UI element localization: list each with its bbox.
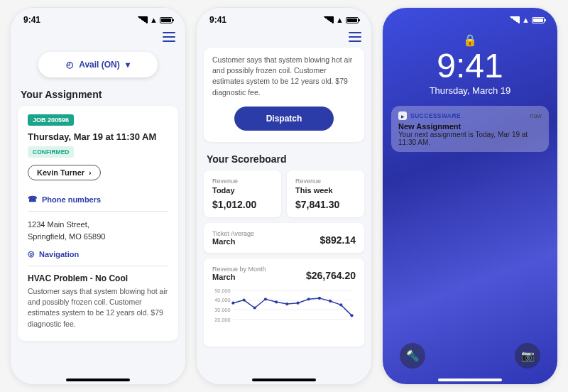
signal-icon xyxy=(138,16,148,23)
menu-icon[interactable] xyxy=(349,32,361,42)
svg-point-19 xyxy=(350,314,353,317)
assignment-card: JOB 200596 Thursday, Mar 19 at 11:30 AM … xyxy=(18,106,178,341)
svg-point-8 xyxy=(231,301,234,304)
issue-body: Customer says that system blowing hot ai… xyxy=(28,286,168,330)
lock-date: Thursday, March 19 xyxy=(383,85,557,96)
card-label: March xyxy=(212,237,254,246)
clock-icon: ◴ xyxy=(66,60,73,70)
battery-icon xyxy=(346,17,359,23)
availability-toggle[interactable]: ◴ Avail (ON) ▾ xyxy=(38,52,158,77)
camera-button[interactable]: 📷 xyxy=(515,343,540,369)
wifi-icon: ▲ xyxy=(522,16,530,24)
status-time: 9:41 xyxy=(23,15,40,25)
camera-icon: 📷 xyxy=(521,349,535,362)
revenue-month-card[interactable]: Revenue by Month March $26,764.20 50,000… xyxy=(204,258,364,347)
svg-text:20,000: 20,000 xyxy=(214,316,230,322)
svg-text:40,000: 40,000 xyxy=(214,297,230,303)
section-title: Your Scoreboard xyxy=(197,151,371,170)
battery-icon xyxy=(160,17,173,23)
ticket-average-card[interactable]: Ticket Average March $892.14 xyxy=(204,223,364,253)
home-indicator[interactable] xyxy=(252,379,316,381)
card-label: This week xyxy=(295,186,356,195)
nav-link-label: Navigation xyxy=(39,250,79,258)
phone-lock-screen: ▲ 🔒 9:41 Thursday, March 19 ▶ SUCCESSWAR… xyxy=(382,7,558,385)
assignment-datetime: Thursday, Mar 19 at 11:30 AM xyxy=(28,131,168,142)
address-line2: Springfield, MO 65890 xyxy=(28,231,168,243)
svg-point-13 xyxy=(285,303,288,305)
svg-point-10 xyxy=(253,306,256,309)
phone-screen-assignment: 9:41 ▲ ◴ Avail (ON) ▾ Your Assignment JO… xyxy=(10,7,186,385)
phone-link-label: Phone numbers xyxy=(42,195,101,204)
svg-text:30,000: 30,000 xyxy=(214,307,230,313)
card-value: $7,841.30 xyxy=(295,199,356,210)
svg-point-9 xyxy=(242,298,245,301)
notification[interactable]: ▶ SUCCESSWARE now New Assignment Your ne… xyxy=(391,106,549,152)
home-indicator[interactable] xyxy=(438,379,502,381)
assignment-card-partial: Customer says that system blowing hot ai… xyxy=(204,48,364,142)
section-title: Your Assignment xyxy=(11,86,185,106)
wifi-icon: ▲ xyxy=(150,16,158,24)
navigation-link[interactable]: ◎ Navigation xyxy=(28,249,168,258)
phone-screen-scoreboard: 9:41 ▲ Customer says that system blowing… xyxy=(196,7,372,385)
lock-icon: 🔒 xyxy=(383,33,557,47)
notification-title: New Assignment xyxy=(398,122,542,131)
svg-point-16 xyxy=(318,297,321,300)
signal-icon xyxy=(324,16,334,23)
notification-app: SUCCESSWARE xyxy=(410,112,461,119)
status-time: 9:41 xyxy=(209,15,226,25)
card-category: Revenue by Month xyxy=(212,266,266,273)
address-line1: 1234 Main Street, xyxy=(28,219,168,231)
revenue-week-card[interactable]: Revenue This week $7,841.30 xyxy=(287,170,364,217)
availability-label: Avail (ON) xyxy=(79,60,120,70)
card-label: March xyxy=(212,273,266,281)
svg-point-18 xyxy=(339,303,342,306)
address: 1234 Main Street, Springfield, MO 65890 xyxy=(28,219,168,242)
customer-name: Kevin Turner xyxy=(37,168,84,177)
status-badge: CONFIRMED xyxy=(28,146,74,158)
battery-icon xyxy=(532,17,545,23)
phone-icon: ☎ xyxy=(28,195,38,204)
svg-point-14 xyxy=(296,301,299,304)
lock-time: 9:41 xyxy=(383,48,557,84)
customer-chip[interactable]: Kevin Turner › xyxy=(28,165,101,180)
issue-body: Customer says that system blowing hot ai… xyxy=(212,55,356,98)
home-indicator[interactable] xyxy=(66,379,130,381)
svg-point-11 xyxy=(264,298,267,300)
card-category: Ticket Average xyxy=(212,230,254,237)
card-value: $892.14 xyxy=(320,234,356,246)
map-pin-icon: ◎ xyxy=(28,249,35,258)
phone-numbers-link[interactable]: ☎ Phone numbers xyxy=(28,195,168,204)
svg-point-12 xyxy=(275,300,278,303)
svg-point-15 xyxy=(307,298,310,300)
divider xyxy=(28,211,168,212)
notification-body: Your next assignment is Today, Mar 19 at… xyxy=(398,131,542,146)
flashlight-button[interactable]: 🔦 xyxy=(400,343,425,369)
chevron-down-icon: ▾ xyxy=(126,60,130,70)
status-bar: ▲ xyxy=(383,8,557,29)
dispatch-button[interactable]: Dispatch xyxy=(234,107,334,131)
issue-title: HVAC Problem - No Cool xyxy=(28,273,168,283)
card-category: Revenue xyxy=(212,178,273,185)
status-bar: 9:41 ▲ xyxy=(197,8,371,29)
revenue-today-card[interactable]: Revenue Today $1,012.00 xyxy=(204,170,281,217)
status-bar: 9:41 ▲ xyxy=(11,8,185,29)
card-category: Revenue xyxy=(295,178,356,185)
signal-icon xyxy=(510,16,520,23)
svg-text:50,000: 50,000 xyxy=(214,288,230,294)
divider xyxy=(28,266,168,266)
card-label: Today xyxy=(212,186,273,195)
menu-icon[interactable] xyxy=(163,32,175,42)
revenue-chart: 50,00040,00030,00020,000 xyxy=(212,285,356,344)
wifi-icon: ▲ xyxy=(336,16,344,24)
card-value: $26,764.20 xyxy=(306,270,356,281)
flashlight-icon: 🔦 xyxy=(406,349,420,362)
notification-time: now xyxy=(530,112,542,119)
job-badge: JOB 200596 xyxy=(28,114,74,126)
chevron-right-icon: › xyxy=(89,168,92,177)
app-icon: ▶ xyxy=(398,111,407,120)
svg-point-17 xyxy=(329,300,332,303)
card-value: $1,012.00 xyxy=(212,199,273,210)
